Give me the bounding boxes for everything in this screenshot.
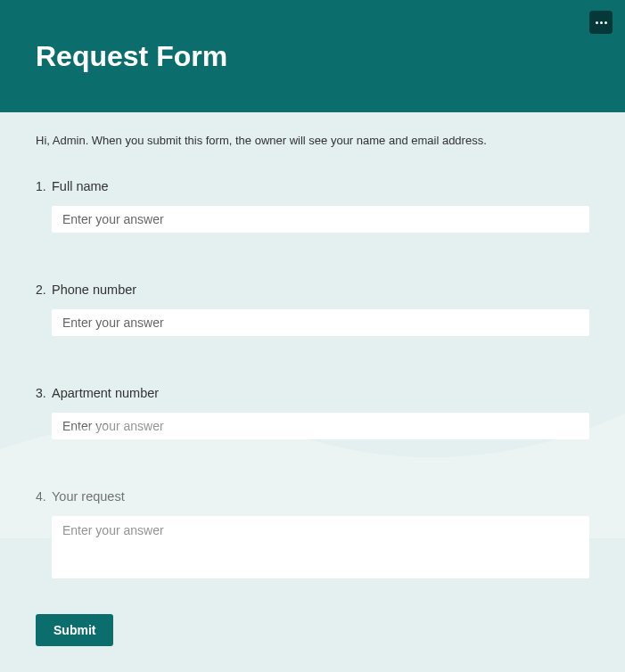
ellipsis-icon bbox=[596, 21, 598, 24]
question-header: 2. Phone number bbox=[36, 283, 589, 297]
question-label: Phone number bbox=[52, 283, 136, 297]
intro-text: Hi, Admin. When you submit this form, th… bbox=[36, 134, 589, 147]
question-number: 1. bbox=[36, 179, 52, 193]
question-number: 3. bbox=[36, 386, 52, 400]
question-number: 4. bbox=[36, 489, 52, 504]
question-header: 1. Full name bbox=[36, 179, 589, 193]
question-label: Apartment number bbox=[52, 386, 159, 400]
your-request-input[interactable] bbox=[52, 516, 589, 578]
ellipsis-icon bbox=[600, 21, 603, 24]
submit-button[interactable]: Submit bbox=[36, 614, 113, 646]
question-label: Your request bbox=[52, 489, 125, 504]
full-name-input[interactable] bbox=[52, 206, 589, 233]
question-header: 4. Your request bbox=[36, 489, 589, 504]
ellipsis-icon bbox=[604, 21, 607, 24]
phone-number-input[interactable] bbox=[52, 309, 589, 336]
question-your-request: 4. Your request bbox=[36, 489, 589, 582]
question-phone-number: 2. Phone number bbox=[36, 283, 589, 336]
form-content: Hi, Admin. When you submit this form, th… bbox=[0, 112, 625, 646]
more-options-button[interactable] bbox=[589, 11, 613, 34]
question-apartment-number: 3. Apartment number bbox=[36, 386, 589, 439]
question-full-name: 1. Full name bbox=[36, 179, 589, 233]
form-title: Request Form bbox=[36, 40, 227, 73]
question-number: 2. bbox=[36, 283, 52, 297]
apartment-number-input[interactable] bbox=[52, 413, 589, 439]
question-header: 3. Apartment number bbox=[36, 386, 589, 400]
question-label: Full name bbox=[52, 179, 109, 193]
form-header: Request Form bbox=[0, 0, 625, 112]
